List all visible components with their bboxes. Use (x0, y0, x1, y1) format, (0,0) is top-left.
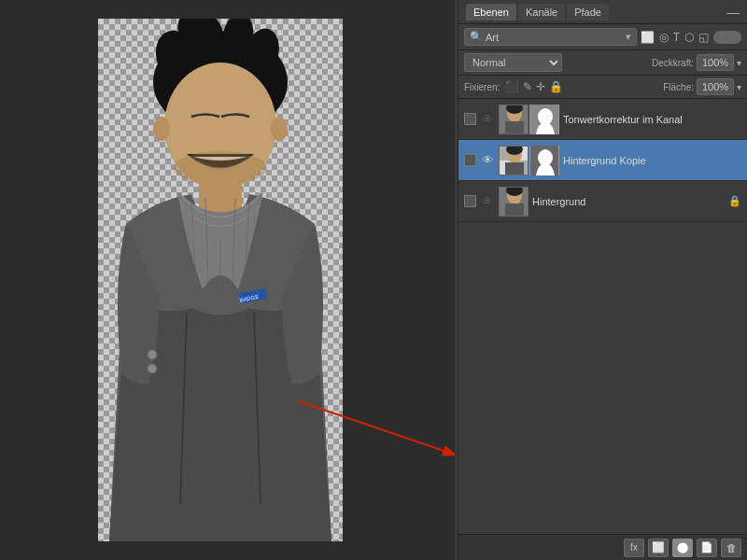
layers-list: 👁 (458, 99, 747, 534)
layer-thumb-img-1 (500, 105, 528, 134)
filter-type-label: Art (486, 32, 499, 43)
flache-group: Fläche: ▾ (663, 78, 741, 95)
svg-point-8 (271, 117, 288, 141)
search-icon: 🔍 (470, 31, 483, 43)
layers-panel-inner: Ebenen Kanäle Pfade — 🔍 Art ▾ ⬜ ◎ T ⬡ ◱ (458, 0, 747, 560)
panel-collapse-button[interactable]: — (726, 5, 740, 20)
flache-dropdown-arrow[interactable]: ▾ (737, 82, 741, 92)
svg-point-9 (174, 151, 267, 185)
canvas-viewport[interactable]: BADGE (0, 0, 455, 560)
panel-tabs: Ebenen Kanäle Pfade — (458, 0, 747, 24)
layer-thumb-img-2 (500, 146, 528, 175)
svg-point-21 (148, 364, 157, 373)
layer-lock-icon: 🔒 (728, 195, 741, 207)
flache-label: Fläche: (663, 82, 694, 92)
fix-icon-pixel[interactable]: ⬛ (505, 80, 519, 93)
filter-dropdown-arrow[interactable]: ▾ (626, 31, 631, 43)
layer-thumb-img-3 (500, 187, 528, 217)
toolbar-new-group-button[interactable]: ⬤ (672, 539, 693, 557)
layer-name-1: Tonwertkorrektur im Kanal (563, 114, 741, 125)
layer-thumb-mask-1 (529, 105, 559, 134)
fix-label: Fixieren: (464, 82, 500, 92)
layer-thumb-pair-1 (499, 105, 559, 134)
fix-icon-draw[interactable]: ✎ (523, 80, 532, 93)
filter-icon-pixel[interactable]: ⬜ (641, 31, 655, 44)
opacity-group: Deckkraft: ▾ (652, 54, 741, 71)
layer-visibility-2[interactable]: 👁 (480, 153, 495, 168)
fix-icon-move[interactable]: ✛ (536, 80, 545, 93)
svg-rect-27 (505, 121, 524, 134)
opacity-dropdown-arrow[interactable]: ▾ (737, 58, 741, 68)
blend-mode-row: Normal Aufhellen Abdunkeln Multipliziere… (458, 50, 747, 76)
person-svg: BADGE (98, 19, 343, 541)
layer-name-2: Hintergrund Kopie (563, 155, 741, 166)
toolbar-new-layer-button[interactable]: 📄 (697, 539, 717, 557)
toolbar-mask-button[interactable]: ⬜ (648, 539, 669, 557)
opacity-input[interactable] (697, 54, 734, 71)
fix-row: Fixieren: ⬛ ✎ ✛ 🔒 Fläche: ▾ (458, 76, 747, 99)
tab-kanaele[interactable]: Kanäle (518, 4, 565, 21)
layer-item-selected[interactable]: 👁 (458, 140, 747, 181)
opacity-label: Deckkraft: (652, 58, 694, 68)
filter-icons: ⬜ ◎ T ⬡ ◱ (641, 31, 741, 44)
layer-checkbox-2[interactable] (464, 154, 476, 166)
layer-thumb-1 (499, 105, 529, 134)
svg-point-20 (148, 350, 157, 359)
svg-point-7 (153, 117, 170, 141)
layer-item-bg[interactable]: 👁 Hintergrund 🔒 (458, 181, 747, 222)
fix-icon-all[interactable]: 🔒 (549, 80, 563, 93)
svg-rect-42 (505, 203, 524, 217)
layers-panel: Ebenen Kanäle Pfade — 🔍 Art ▾ ⬜ ◎ T ⬡ ◱ (455, 0, 747, 560)
layer-thumb-pair-3 (499, 187, 529, 217)
layer-item[interactable]: 👁 (458, 99, 747, 140)
layer-thumb-2 (499, 146, 529, 175)
layer-checkbox-3[interactable] (464, 195, 476, 207)
layer-visibility-1[interactable]: 👁 (480, 112, 495, 127)
filter-row: 🔍 Art ▾ ⬜ ◎ T ⬡ ◱ (458, 24, 747, 50)
toolbar-link-button[interactable]: fx (624, 539, 644, 557)
filter-icon-shape[interactable]: ⬡ (684, 31, 694, 44)
filter-icon-adjust[interactable]: ◎ (659, 31, 669, 44)
layer-thumb-3 (499, 187, 529, 217)
image-container: BADGE (98, 19, 343, 541)
layers-toolbar: fx ⬜ ⬤ 📄 🗑 (458, 534, 747, 560)
flache-input[interactable] (697, 78, 734, 95)
tab-group: Ebenen Kanäle Pfade (466, 4, 609, 21)
svg-rect-36 (505, 162, 524, 175)
search-box[interactable]: 🔍 Art ▾ (464, 28, 637, 46)
layer-thumb-mask-2 (529, 146, 559, 175)
layer-mask-img-1 (530, 105, 558, 134)
blend-mode-select[interactable]: Normal Aufhellen Abdunkeln Multipliziere… (464, 53, 562, 72)
fix-icons: ⬛ ✎ ✛ 🔒 (505, 80, 563, 93)
layer-checkbox-1[interactable] (464, 113, 476, 125)
tab-ebenen[interactable]: Ebenen (466, 4, 516, 21)
filter-icon-text[interactable]: T (673, 31, 680, 44)
layer-name-3: Hintergrund (532, 196, 725, 207)
tab-pfade[interactable]: Pfade (567, 4, 609, 21)
layer-mask-img-2 (530, 146, 558, 175)
filter-icon-smart[interactable]: ◱ (698, 31, 709, 44)
layer-thumb-pair-2 (499, 146, 559, 175)
layer-visibility-3[interactable]: 👁 (480, 194, 495, 209)
toolbar-delete-button[interactable]: 🗑 (721, 539, 741, 557)
filter-toggle[interactable] (713, 31, 741, 44)
